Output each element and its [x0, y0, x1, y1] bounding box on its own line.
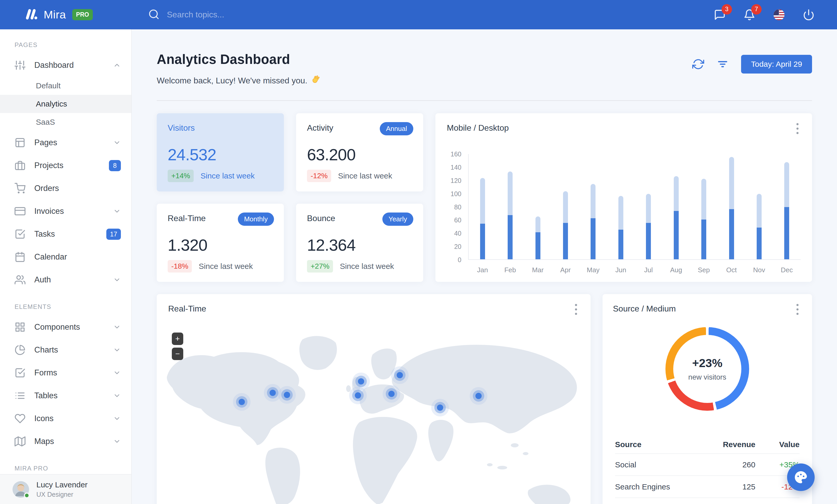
- today-button[interactable]: Today: April 29: [741, 55, 812, 74]
- bar-jun[interactable]: [618, 196, 623, 259]
- visitor-location-marker-2[interactable]: [270, 390, 276, 396]
- visitor-location-marker-1[interactable]: [238, 399, 245, 405]
- sidebar-item-icons[interactable]: Icons: [0, 407, 131, 430]
- bar-sep[interactable]: [701, 179, 706, 259]
- sidebar-item-label: Projects: [34, 161, 109, 170]
- more-menu-icon[interactable]: [792, 123, 803, 135]
- sidebar-item-dashboard[interactable]: Dashboard: [0, 54, 131, 77]
- visitor-location-marker-4[interactable]: [358, 378, 364, 385]
- sidebar-user[interactable]: Lucy Lavender UX Designer: [0, 474, 131, 504]
- source-row-search-engines: Search Engines125-12%: [615, 476, 800, 498]
- visitor-location-marker-3[interactable]: [284, 392, 290, 398]
- stat-caption: Since last week: [199, 262, 253, 271]
- notifications-button[interactable]: 7: [743, 8, 756, 21]
- visitor-location-marker-6[interactable]: [355, 392, 361, 398]
- source-table: SourceRevenueValueSocial260+35%Search En…: [613, 436, 802, 504]
- stat-delta-chip: +27%: [307, 260, 333, 273]
- sidebar-item-label: Tasks: [34, 229, 106, 239]
- navbar-search: [148, 8, 713, 21]
- bar-segment-mobile: [618, 230, 623, 259]
- language-flag-button[interactable]: [772, 8, 785, 21]
- sidebar-item-tables[interactable]: Tables: [0, 384, 131, 407]
- briefcase-icon: [15, 160, 25, 171]
- month-label-may: May: [580, 266, 607, 274]
- bar-nov[interactable]: [757, 194, 762, 259]
- stat-value: 24.532: [168, 145, 273, 164]
- sidebar-item-orders[interactable]: Orders: [0, 177, 131, 200]
- bar-apr[interactable]: [563, 191, 568, 259]
- bar-slot-apr: [552, 154, 579, 259]
- month-label-apr: Apr: [552, 266, 579, 274]
- sidebar-item-label: Orders: [34, 184, 121, 193]
- zoom-out-button[interactable]: −: [172, 348, 183, 360]
- chevron-down-icon: [113, 139, 121, 147]
- bar-mar[interactable]: [535, 217, 540, 259]
- visitor-location-marker-9[interactable]: [476, 393, 482, 399]
- mira-logo-icon: [24, 7, 37, 22]
- sidebar-subitem-analytics[interactable]: Analytics: [0, 95, 131, 113]
- visitor-location-marker-5[interactable]: [397, 372, 403, 378]
- sidebar-item-auth[interactable]: Auth: [0, 268, 131, 291]
- world-map: + −: [157, 323, 591, 504]
- sidebar-item-calendar[interactable]: Calendar: [0, 245, 131, 268]
- sidebar-item-forms[interactable]: Forms: [0, 361, 131, 384]
- sidebar-item-charts[interactable]: Charts: [0, 338, 131, 361]
- bar-may[interactable]: [591, 184, 595, 259]
- sidebar-item-label: Forms: [34, 368, 113, 377]
- chevron-down-icon: [113, 207, 121, 215]
- period-badge: Yearly: [382, 212, 413, 226]
- bar-slot-aug: [662, 154, 690, 259]
- month-label-aug: Aug: [662, 266, 690, 274]
- list-icon: [15, 390, 25, 401]
- more-menu-icon[interactable]: [571, 303, 581, 315]
- month-label-oct: Oct: [718, 266, 745, 274]
- search-input[interactable]: [167, 10, 349, 19]
- bar-aug[interactable]: [674, 176, 679, 260]
- source-card-title: Source / Medium: [613, 304, 802, 314]
- stat-value: 1.320: [168, 236, 273, 254]
- bar-oct[interactable]: [729, 157, 734, 259]
- power-button[interactable]: [802, 8, 815, 21]
- messages-button[interactable]: 3: [713, 8, 726, 21]
- source-medium-card: Source / Medium +23% new visitors Source…: [603, 294, 812, 504]
- bar-feb[interactable]: [507, 171, 513, 259]
- brand[interactable]: Mira PRO: [0, 7, 130, 22]
- page-title: Analytics Dashboard: [157, 52, 320, 67]
- visitor-location-marker-7[interactable]: [388, 391, 395, 397]
- donut-chart[interactable]: +23% new visitors: [665, 327, 749, 411]
- sidebar-subitem-default[interactable]: Default: [0, 77, 131, 95]
- chevron-down-icon: [113, 323, 121, 331]
- y-tick-label: 120: [450, 177, 461, 184]
- month-label-jul: Jul: [635, 266, 662, 274]
- briefcase-icon: [15, 160, 25, 171]
- bar-segment-mobile: [480, 224, 485, 259]
- visitor-location-marker-8[interactable]: [437, 405, 443, 411]
- sidebar-item-pages[interactable]: Pages: [0, 131, 131, 154]
- more-menu-icon[interactable]: [792, 303, 803, 315]
- source-name: Social: [615, 460, 711, 469]
- month-label-jun: Jun: [607, 266, 635, 274]
- sidebar-item-label: Auth: [34, 275, 113, 284]
- bar-dec[interactable]: [784, 162, 789, 259]
- refresh-icon[interactable]: [692, 58, 704, 70]
- sidebar-item-invoices[interactable]: Invoices: [0, 200, 131, 223]
- sidebar-item-tasks[interactable]: Tasks17: [0, 223, 131, 245]
- chevron-down-icon: [113, 276, 121, 284]
- theme-settings-fab[interactable]: [787, 464, 815, 491]
- map-icon: [15, 436, 25, 447]
- sidebar-item-projects[interactable]: Projects8: [0, 154, 131, 177]
- real-time-map-card: Real-Time + −: [157, 294, 591, 504]
- zoom-in-button[interactable]: +: [172, 333, 183, 345]
- filter-icon[interactable]: [717, 58, 729, 70]
- chevron-down-icon: [113, 437, 121, 445]
- bar-segment-desktop: [507, 171, 513, 215]
- stat-delta-chip: -18%: [168, 260, 192, 273]
- sidebar-item-components[interactable]: Components: [0, 316, 131, 338]
- sidebar-section-header-elements: ELEMENTS: [0, 291, 131, 316]
- sidebar-item-maps[interactable]: Maps: [0, 430, 131, 453]
- top-navbar: Mira PRO 3 7: [0, 0, 837, 29]
- bar-jan[interactable]: [480, 178, 485, 259]
- sidebar-subitem-saas[interactable]: SaaS: [0, 113, 131, 131]
- users-icon: [15, 274, 25, 285]
- bar-jul[interactable]: [646, 194, 651, 259]
